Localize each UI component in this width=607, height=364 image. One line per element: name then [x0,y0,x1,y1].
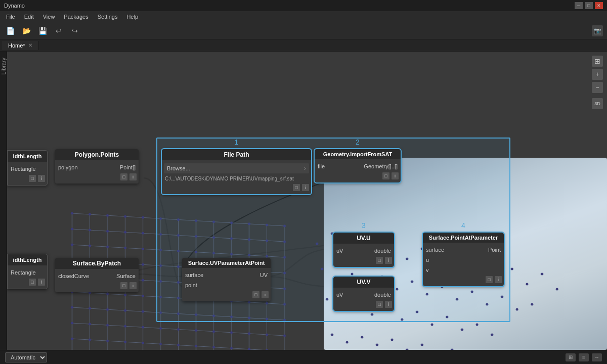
menu-packages[interactable]: Packages [60,13,92,21]
zoom-in-button[interactable]: + [592,69,603,80]
undo-button[interactable]: ↩ [53,25,65,37]
width-length-bottom-node[interactable]: idthLength Rectangle □ i [7,254,48,289]
menu-settings[interactable]: Settings [94,13,122,21]
status-icons: ⊞ ≡ ↔ [566,353,602,361]
menu-help[interactable]: Help [122,13,142,21]
title-bar: Dynamo ─ □ ✕ [0,0,607,11]
menu-edit[interactable]: Edit [20,13,38,21]
tab-label: Home* [8,42,25,49]
port-point-label: point [185,282,197,288]
library-tab[interactable]: Library [0,56,8,77]
browse-label: Browse... [167,165,190,171]
port-in-label: polygon [58,164,78,170]
node-info-btn[interactable]: i [129,173,137,180]
port-out-label: UV [260,272,268,278]
workspace: Library [0,52,607,350]
tab-bar: Home* ✕ [0,39,607,52]
port-out-label: double [374,248,391,254]
node-info-btn[interactable]: i [38,279,45,286]
camera-button[interactable]: 📷 [592,25,603,36]
node-title: idthLength [13,257,42,263]
node-preview-btn[interactable]: □ [29,175,36,182]
zoom-out-button[interactable]: − [592,82,603,93]
app-title: Dynamo [4,3,25,9]
open-button[interactable]: 📂 [20,25,32,37]
node-preview-btn[interactable]: □ [293,184,300,191]
node-preview-btn[interactable]: □ [376,301,383,308]
port-surface-label: surface [426,247,444,253]
home-tab[interactable]: Home* ✕ [2,41,39,50]
3d-view-button[interactable]: 3D [592,98,603,109]
node-title: idthLength [13,153,42,159]
node-number-2: 2 [356,138,360,146]
geometry-import-node[interactable]: 2 Geometry.ImportFromSAT file Geometry[]… [315,149,401,183]
new-button[interactable]: 📄 [4,25,16,37]
port-label: Rectangle [11,269,36,276]
toolbar: 📄 📂 💾 ↩ ↪ 📷 [0,22,607,39]
status-bar: Automatic Manual ⊞ ≡ ↔ [0,350,607,364]
redo-button[interactable]: ↪ [69,25,81,37]
node-preview-btn[interactable]: □ [120,282,127,289]
port-in-label: closedCurve [58,273,89,279]
fit-view-button[interactable]: ⊞ [592,56,603,67]
node-preview-btn[interactable]: □ [382,172,389,179]
restore-button[interactable]: □ [585,2,593,9]
canvas[interactable]: idthLength Rectangle □ i Polygon.Points … [7,52,607,350]
library-sidebar[interactable]: Library [0,52,7,350]
node-title: Geometry.ImportFromSAT [323,151,393,157]
node-preview-btn[interactable]: □ [486,276,493,283]
status-icon-3[interactable]: ↔ [592,353,602,361]
node-info-btn[interactable]: i [495,276,502,283]
node-info-btn[interactable]: i [262,291,269,298]
port-label: Rectangle [11,166,36,172]
surface-uvparam-node[interactable]: Surface.UVParameterAtPoint surface UV po… [182,258,271,301]
port-in-label: uV [336,248,343,254]
tab-close-icon[interactable]: ✕ [28,42,32,48]
port-out-label: Surface [116,273,136,279]
surface-point-at-param-node[interactable]: 4 Surface.PointAtParameter surface Point… [423,233,504,286]
status-icon-1[interactable]: ⊞ [566,353,576,361]
node-preview-btn[interactable]: □ [252,291,259,298]
menu-view[interactable]: View [39,13,59,21]
run-mode-select[interactable]: Automatic Manual [5,352,47,362]
node-title: Surface.PointAtParameter [429,235,498,241]
file-path-node[interactable]: 1 File Path Browse... › C:\...\AUTODESK\… [162,149,311,194]
port-in-label: file [318,163,325,169]
node-number-1: 1 [235,138,239,146]
port-surface-label: surface [185,272,203,278]
node-info-btn[interactable]: i [385,257,392,264]
width-length-top-node[interactable]: idthLength Rectangle □ i [7,150,48,186]
port-v-label: v [426,267,429,273]
node-info-btn[interactable]: i [38,175,45,182]
polygon-points-node[interactable]: Polygon.Points polygon Point[] □ i [55,149,139,184]
status-icon-2[interactable]: ≡ [579,353,589,361]
node-info-btn[interactable]: i [302,184,309,191]
menu-file[interactable]: File [2,13,19,21]
node-preview-btn[interactable]: □ [29,279,36,286]
port-out-label: Point [488,247,501,253]
surface-by-patch-node[interactable]: Surface.ByPatch closedCurve Surface □ i [55,258,139,292]
node-info-btn[interactable]: i [385,301,392,308]
port-out-label: Point[] [120,164,136,170]
node-info-btn[interactable]: i [392,172,399,179]
node-title: Polygon.Points [75,151,119,158]
file-path-value: C:\...\AUTODESK\DYNAMO PRIMER\UVmapping_… [165,176,294,181]
node-preview-btn[interactable]: □ [120,173,127,180]
browse-arrow: › [304,165,306,172]
node-info-btn[interactable]: i [129,282,137,289]
node-title: UV.U [357,235,371,242]
save-button[interactable]: 💾 [36,25,49,37]
node-number-4: 4 [461,221,465,230]
port-u-label: u [426,257,429,263]
node-number-3: 3 [362,221,366,230]
node-title: File Path [224,151,249,158]
port-out-label: Geometry[]..[] [364,163,398,169]
uv-v-node[interactable]: UV.V uV double □ i [333,277,394,311]
close-button[interactable]: ✕ [595,2,603,9]
port-in-label: uV [336,292,343,298]
window-controls: ─ □ ✕ [575,2,603,9]
node-preview-btn[interactable]: □ [376,257,383,264]
uv-u-node[interactable]: 3 UV.U uV double □ i [333,233,394,267]
menu-bar: File Edit View Packages Settings Help [0,11,607,22]
minimize-button[interactable]: ─ [575,2,583,9]
